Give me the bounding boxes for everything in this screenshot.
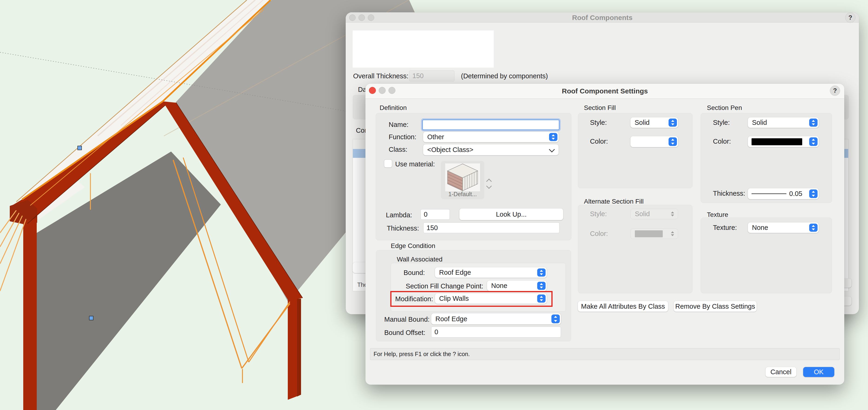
make-all-attributes-by-class-button[interactable]: Make All Attributes By Class: [578, 301, 668, 312]
stepper-icon: [537, 294, 546, 303]
alt-color-popup: [630, 228, 678, 239]
material-thumbnail-icon: [445, 163, 480, 191]
lambda-label: Lambda:: [386, 211, 412, 219]
stepper-icon: [551, 314, 560, 323]
function-popup[interactable]: Other: [423, 132, 559, 142]
class-label: Class:: [389, 146, 407, 153]
material-name: 1-Default...: [441, 191, 484, 197]
sf-style-label: Style:: [590, 119, 607, 126]
manual-bound-popup[interactable]: Roof Edge: [431, 313, 561, 324]
sp-color-label: Color:: [713, 137, 731, 145]
sf-style-popup[interactable]: Solid: [630, 117, 678, 128]
ok-button[interactable]: OK: [803, 367, 834, 377]
alt-style-value: Solid: [635, 210, 650, 218]
section-fill-change-point-popup[interactable]: None: [487, 281, 547, 291]
stepper-icon: [809, 119, 817, 127]
alt-style-label: Style:: [590, 210, 607, 218]
sp-thickness-value: 0.05: [789, 190, 802, 197]
def-thickness-label: Thickness:: [387, 224, 419, 232]
stepper-icon: [549, 133, 557, 141]
section-fill-change-point-label: Section Fill Change Point:: [391, 282, 483, 290]
name-input[interactable]: [422, 120, 560, 130]
stepper-icon: [537, 282, 546, 290]
sp-style-label: Style:: [713, 119, 730, 126]
texture-popup[interactable]: None: [748, 222, 819, 233]
chevron-down-icon: [549, 147, 555, 152]
function-label: Function:: [389, 133, 416, 141]
class-value: <Object Class>: [427, 146, 473, 154]
definition-section-label: Definition: [380, 104, 407, 112]
sp-thickness-popup[interactable]: 0.05: [748, 188, 819, 199]
look-up-button[interactable]: Look Up...: [459, 209, 563, 220]
status-bar: For Help, press F1 or click the ? icon.: [370, 348, 840, 360]
sp-style-value: Solid: [752, 119, 767, 126]
window-title: Roof Components: [346, 14, 859, 22]
edge-condition-section-label: Edge Condition: [391, 242, 435, 250]
sp-thickness-label: Thickness:: [713, 190, 745, 197]
lambda-field[interactable]: 0: [421, 209, 450, 220]
stepper-icon: [669, 137, 677, 146]
stepper-icon: [809, 224, 817, 232]
corner-post-right-shade: [297, 299, 301, 397]
corner-post-left: [23, 219, 37, 410]
bound-popup[interactable]: Roof Edge: [435, 267, 547, 278]
selection-handle[interactable]: [89, 316, 93, 320]
modification-label: Modification:: [395, 295, 433, 303]
function-value: Other: [427, 133, 444, 141]
sp-color-popup[interactable]: [748, 136, 819, 147]
alt-color-label: Color:: [590, 230, 608, 238]
thickness-note: (Determined by components): [461, 72, 548, 80]
roof-component-settings-window: Roof Component Settings ? Definition Nam…: [365, 84, 844, 385]
overall-thickness-field: 150: [409, 70, 455, 81]
pen-thickness-preview-line: [751, 193, 786, 194]
section-fill-change-point-value: None: [491, 282, 507, 290]
modification-value: Clip Walls: [439, 295, 469, 303]
bound-offset-label: Bound Offset:: [384, 329, 425, 337]
help-button[interactable]: ?: [845, 12, 856, 23]
roof-components-titlebar[interactable]: Roof Components ?: [346, 12, 859, 23]
use-material-checkbox[interactable]: [384, 159, 392, 167]
alt-section-fill-section-label: Alternate Section Fill: [584, 198, 644, 205]
remove-by-class-settings-button[interactable]: Remove By Class Settings: [674, 301, 757, 312]
name-label: Name:: [389, 121, 408, 129]
selection-handle[interactable]: [78, 146, 82, 150]
bound-offset-field[interactable]: 0: [431, 326, 561, 338]
sp-style-popup[interactable]: Solid: [748, 117, 819, 128]
alt-style-popup: Solid: [630, 209, 678, 219]
alt-color-swatch: [635, 230, 663, 237]
sp-color-swatch: [751, 138, 802, 145]
cancel-button[interactable]: Cancel: [766, 367, 797, 377]
settings-titlebar[interactable]: Roof Component Settings ?: [365, 84, 844, 99]
stepper-icon: [809, 189, 817, 198]
overall-thickness-label: Overall Thickness:: [353, 72, 408, 80]
def-thickness-field[interactable]: 150: [423, 222, 560, 233]
sf-color-swatch: [634, 138, 665, 145]
section-pen-section-label: Section Pen: [707, 104, 742, 112]
manual-bound-value: Roof Edge: [435, 315, 467, 323]
help-button[interactable]: ?: [830, 86, 840, 96]
stepper-icon: [809, 137, 817, 146]
texture-label: Texture:: [713, 224, 737, 231]
material-well[interactable]: 1-Default...: [441, 161, 484, 199]
wall-associated-label: Wall Associated: [397, 256, 443, 263]
bound-label: Bound:: [404, 269, 425, 277]
section-fill-section-label: Section Fill: [584, 104, 616, 112]
roof-preview-box: [353, 30, 494, 68]
sf-color-popup[interactable]: [630, 136, 678, 147]
stepper-icon: [669, 119, 677, 127]
modification-popup[interactable]: Clip Walls: [435, 293, 547, 304]
class-dropdown[interactable]: <Object Class>: [423, 144, 559, 155]
sf-style-value: Solid: [634, 119, 650, 126]
bound-value: Roof Edge: [439, 269, 471, 276]
manual-bound-label: Manual Bound:: [384, 316, 430, 323]
stepper-icon: [668, 230, 677, 238]
use-material-label: Use material:: [395, 160, 435, 168]
sf-color-label: Color:: [590, 137, 608, 145]
stepper-icon: [668, 210, 677, 218]
texture-value: None: [752, 224, 768, 231]
stepper-icon: [537, 269, 546, 277]
window-title: Roof Component Settings: [365, 87, 844, 95]
